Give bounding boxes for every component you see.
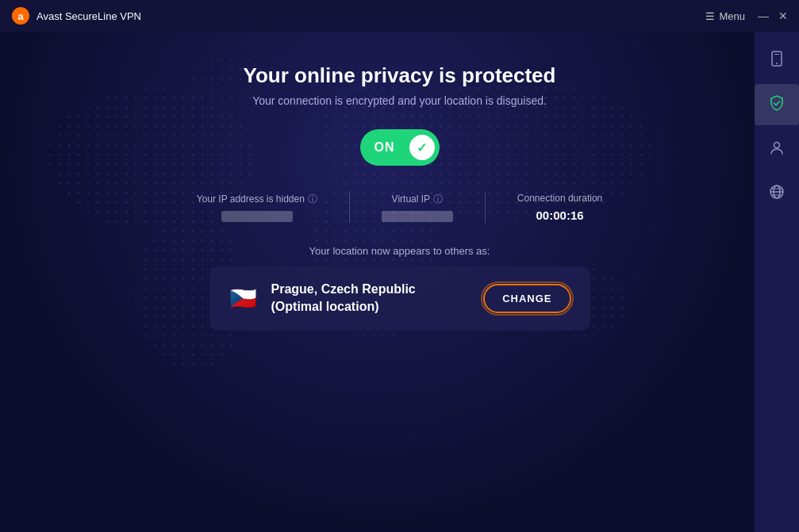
virtual-ip-value <box>382 211 453 222</box>
ip-hidden-value <box>221 211 293 222</box>
vpn-toggle[interactable]: ON ✓ <box>360 129 440 166</box>
location-text: Prague, Czech Republic (Optimal location… <box>271 281 416 316</box>
app-title: Avast SecureLine VPN <box>36 10 141 22</box>
toggle-knob: ✓ <box>409 135 435 160</box>
sidebar-item-globe[interactable] <box>755 173 799 214</box>
close-button[interactable]: ✕ <box>778 10 788 21</box>
main-heading: Your online privacy is protected <box>244 63 556 88</box>
titlebar-right: ☰ Menu — ✕ <box>705 10 788 22</box>
virtual-ip-info-icon[interactable]: ⓘ <box>433 193 443 206</box>
ip-hidden-label: Your IP address is hidden <box>197 193 305 205</box>
stats-row: Your IP address is hidden ⓘ Virtual IP ⓘ… <box>165 191 635 223</box>
account-icon <box>768 139 786 160</box>
menu-button[interactable]: ☰ Menu <box>705 10 745 22</box>
minimize-button[interactable]: — <box>758 10 769 21</box>
stat-ip-hidden: Your IP address is hidden ⓘ <box>165 193 349 222</box>
toggle-label: ON <box>375 140 395 155</box>
globe-icon <box>768 183 786 205</box>
ip-hidden-info-icon[interactable]: ⓘ <box>308 193 317 206</box>
svg-text:a: a <box>17 10 24 22</box>
titlebar: a Avast SecureLine VPN ☰ Menu — ✕ <box>0 0 799 32</box>
toggle-checkmark-icon: ✓ <box>417 140 427 155</box>
content-area: Your online privacy is protected Your co… <box>0 32 799 532</box>
connection-duration-label: Connection duration <box>517 193 602 204</box>
sidebar-item-phone[interactable] <box>755 40 799 81</box>
connection-duration-value: 00:00:16 <box>536 209 584 222</box>
location-label: Your location now appears to others as: <box>309 245 490 257</box>
sidebar-item-account[interactable] <box>755 128 799 170</box>
hamburger-icon: ☰ <box>705 10 715 22</box>
window-controls: — ✕ <box>758 10 788 21</box>
vpn-toggle-wrapper: ON ✓ <box>360 129 440 166</box>
shield-check-icon <box>768 94 786 116</box>
svg-rect-13 <box>774 54 779 55</box>
sidebar <box>755 32 799 532</box>
stat-connection-duration: Connection duration 00:00:16 <box>486 193 634 222</box>
virtual-ip-label: Virtual IP <box>392 193 430 205</box>
location-city-country: Prague, Czech Republic (Optimal location… <box>271 281 416 316</box>
country-flag: 🇨🇿 <box>229 283 259 313</box>
location-info: 🇨🇿 Prague, Czech Republic (Optimal locat… <box>229 281 416 316</box>
main-layout: Your online privacy is protected Your co… <box>0 32 799 532</box>
svg-point-14 <box>774 142 780 147</box>
avast-logo-icon: a <box>11 6 30 25</box>
svg-point-12 <box>776 63 778 64</box>
titlebar-left: a Avast SecureLine VPN <box>11 6 141 25</box>
main-subheading: Your connection is encrypted and your lo… <box>252 94 547 107</box>
location-card: 🇨🇿 Prague, Czech Republic (Optimal locat… <box>209 266 590 331</box>
stat-virtual-ip: Virtual IP ⓘ <box>350 193 485 222</box>
sidebar-item-shield[interactable] <box>755 84 799 125</box>
phone-icon <box>768 50 786 71</box>
change-location-button[interactable]: CHANGE <box>483 284 570 313</box>
